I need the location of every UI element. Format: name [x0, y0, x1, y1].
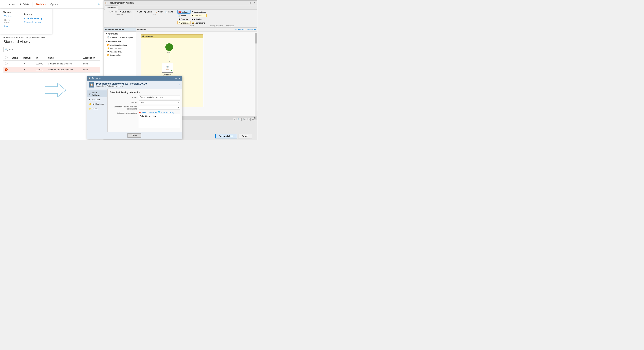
sidebar-item-conditional[interactable]: 🔀 Conditional decision — [104, 44, 136, 47]
zoom-actual-button[interactable]: □ — [248, 118, 250, 121]
menu-item-versions[interactable]: Versions — [3, 14, 16, 18]
ribbon-tabs: Workflow — [104, 5, 257, 10]
nav-item-basic-settings[interactable]: ★ Basic Settings — [87, 91, 107, 97]
options-label: Options — [50, 3, 58, 6]
owner-select[interactable]: Thola ▼ — [139, 101, 180, 104]
menu-item-remove[interactable]: Remove hierarchy — [23, 20, 44, 24]
instructions-value: Submit to workflow — [107, 85, 123, 87]
nav-item-notes[interactable]: 📁 Notes — [87, 106, 107, 111]
insert-placeholder-button[interactable]: 🔖 Insert placeholder — [139, 111, 157, 114]
submission-textarea[interactable]: Submit to workflow — [139, 114, 180, 128]
navigate-group-label: Navigate — [106, 14, 132, 16]
name-input[interactable] — [139, 95, 180, 99]
level-down-icon: ⬇ — [120, 11, 122, 13]
page-subtitle: Governance, Risk and Compliance workflow… — [4, 36, 100, 39]
close-button[interactable]: ✕ — [253, 2, 256, 5]
ribbon-tab-workflow[interactable]: Workflow — [105, 5, 118, 10]
help-icon[interactable]: ? — [178, 83, 180, 86]
notes-button[interactable]: 📝 Notes — [178, 14, 190, 17]
manual-icon: ✋ — [107, 47, 110, 50]
insert-placeholder-label: Insert placeholder — [142, 111, 157, 114]
workflow-tab-button[interactable]: Workflow — [35, 2, 48, 7]
paste-button[interactable]: 📄 Paste — [164, 10, 174, 13]
canvas-scrollbar[interactable] — [255, 33, 257, 118]
minimize-button[interactable]: — — [245, 2, 248, 5]
basic-settings-button[interactable]: ★ Basic settings — [191, 10, 206, 14]
row-id[interactable]: 000001 — [34, 61, 47, 67]
email-select[interactable]: ▼ — [139, 106, 180, 110]
menu-item-associate[interactable]: Associate hierarchy — [23, 17, 44, 20]
row-id[interactable]: 000971 — [34, 67, 47, 73]
zoom-fit-button[interactable]: ⊡ — [233, 118, 236, 121]
save-and-close-button[interactable]: Save and close — [216, 134, 237, 138]
nav-item-activation[interactable]: ▶ Activation — [87, 97, 107, 102]
paste-label: Paste — [168, 11, 173, 13]
activation-nav-icon: ▶ — [89, 98, 90, 101]
level-up-button[interactable]: ⬆ Level up — [106, 10, 118, 13]
toolbox-label: Toolbox — [181, 11, 188, 13]
error-pane-button[interactable]: ⚠ Error pane — [178, 21, 190, 25]
zoom-in-button[interactable]: 🔍+ — [242, 118, 247, 121]
cancel-button[interactable]: Cancel — [238, 134, 252, 138]
view-chevron-icon: ∨ — [28, 40, 30, 43]
scrollbar-thumb[interactable] — [255, 33, 257, 44]
sidebar-item-subworkflow[interactable]: 📂 Subworkflow — [104, 53, 136, 57]
expand-all-button[interactable]: Expand All — [236, 28, 244, 31]
workflow-tab-label: Workflow — [36, 3, 46, 5]
nav-item-notifications[interactable]: 🔔 Notifications — [87, 102, 107, 106]
table-row[interactable]: ✓ 000971 Procurement plan workflow usmf — [4, 67, 100, 73]
properties-window-controls: — ✕ — [174, 77, 180, 80]
options-button[interactable]: Options — [49, 2, 60, 6]
new-button[interactable]: + New — [7, 2, 16, 7]
props-minimize-button[interactable]: — — [174, 77, 177, 80]
table-row[interactable]: ✓ 000001 Contract request workflow usmf — [4, 61, 100, 67]
sidebar-item-parallel[interactable]: ⇉ Parallel activity — [104, 50, 136, 53]
ribbon-group-navigate: ⬆ Level up ⬇ Level down Navigate — [105, 10, 134, 27]
toolbox-button[interactable]: 🧰 Toolbox — [178, 10, 190, 14]
error-pane-label: Error pane — [180, 22, 190, 24]
restore-button[interactable]: □ — [249, 2, 252, 5]
cut-button[interactable]: ✂ Cut — [136, 10, 143, 13]
activation-button[interactable]: ▶ Activation — [191, 18, 206, 21]
form-row-submission: Submission instructions: 🔖 Insert placeh… — [110, 111, 180, 128]
level-down-button[interactable]: ⬇ Level down — [119, 10, 132, 13]
props-close-button[interactable]: ✕ — [178, 77, 180, 80]
delete-button[interactable]: 🗑 Delete — [144, 10, 153, 13]
workflow-window-controls: — □ ✕ — [245, 2, 256, 5]
zoom-grid-button[interactable]: ⊞ — [251, 118, 254, 121]
properties-body: 📋 Procurement plan workflow - version 1.… — [87, 81, 182, 139]
col-default: Default — [22, 55, 34, 61]
sidebar-item-manual[interactable]: ✋ Manual decision — [104, 47, 136, 50]
col-select — [4, 55, 10, 61]
form-title: Enter the following information — [110, 91, 180, 94]
back-button[interactable]: ← — [2, 3, 5, 6]
translations-button[interactable]: 🌐 Translations (0) — [158, 111, 174, 114]
properties-close-button[interactable]: Close — [128, 133, 142, 138]
manage-section: Manage Versions Set as default Import — [0, 11, 19, 30]
zoom-out-button[interactable]: 🔍− — [237, 118, 242, 121]
sidebar-item-approve-procurement[interactable]: 📋 Approve procurement plan — [104, 36, 136, 39]
copy-button[interactable]: 📋 Copy — [154, 10, 164, 13]
workflow-titlebar: 📋 Procurement plan workflow — □ ✕ — [104, 1, 257, 5]
owner-value: Thola — [140, 101, 144, 103]
delete-button[interactable]: 🗑 Delete — [18, 2, 30, 7]
new-icon: + — [9, 3, 10, 6]
approvals-header[interactable]: ▼ Approvals — [104, 32, 136, 36]
search-button[interactable]: 🔍 — [96, 2, 102, 6]
row-default: ✓ — [22, 61, 34, 67]
page-title[interactable]: Standard view ∨ — [4, 40, 100, 44]
menu-item-import[interactable]: Import — [3, 25, 16, 28]
properties-button[interactable]: ⚙ Properties — [178, 18, 190, 21]
filter-input[interactable] — [9, 48, 36, 51]
collapse-all-button[interactable]: Collapse All — [246, 28, 256, 31]
notifications-button[interactable]: 🔔 Notifications — [191, 21, 206, 25]
submission-area: 🔖 Insert placeholder 🌐 Translations (0) … — [139, 111, 180, 128]
notes-nav-icon: 📁 — [89, 107, 92, 110]
flow-controls-header[interactable]: ▼ Flow controls — [104, 40, 136, 44]
advanced-group-label: Advanced — [226, 25, 234, 27]
col-association: Association — [82, 55, 100, 61]
conditional-icon: 🔀 — [107, 44, 110, 46]
validation-button[interactable]: ✔ Validation — [191, 14, 206, 17]
delete-label: Delete — [22, 3, 29, 6]
properties-content: ★ Basic Settings ▶ Activation 🔔 Notifica… — [87, 89, 182, 132]
